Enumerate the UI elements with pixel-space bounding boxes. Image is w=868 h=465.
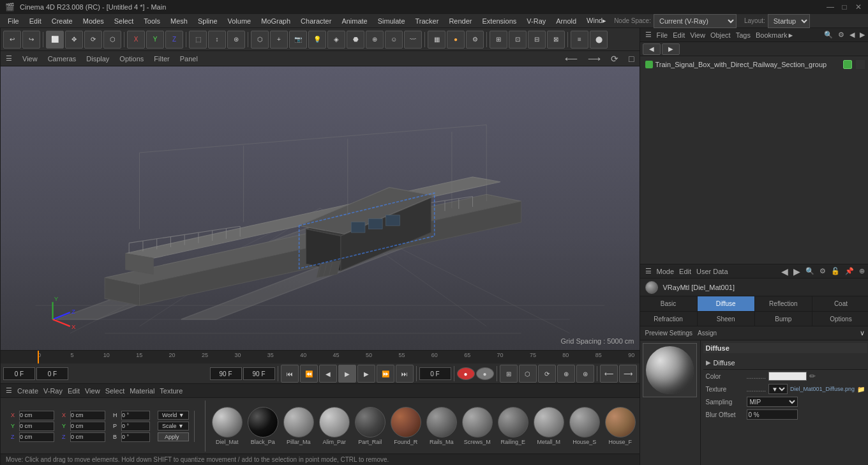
viewport-icon3[interactable]: ⟳ — [611, 54, 618, 64]
bp-btn[interactable]: ≡ — [571, 31, 588, 49]
axis-y[interactable]: Y — [146, 31, 164, 49]
menu-wind[interactable]: Wind▸ — [581, 15, 611, 26]
light-btn[interactable]: 💡 — [308, 31, 326, 49]
x-scale[interactable] — [70, 411, 105, 420]
mat-bar-create[interactable]: Create — [17, 387, 38, 395]
mat-bar-menu[interactable]: ☰ — [6, 386, 12, 395]
menu-character[interactable]: Character — [296, 16, 336, 26]
viewport-icon2[interactable]: ⟶ — [588, 54, 601, 64]
z-scale[interactable] — [70, 432, 105, 442]
apply-btn[interactable]: Apply — [158, 432, 189, 441]
char-btn[interactable]: ☺ — [385, 31, 403, 49]
add-btn[interactable]: + — [270, 31, 288, 49]
minimize-button[interactable]: — — [826, 3, 835, 11]
morph-btn[interactable]: ⬤ — [590, 31, 608, 49]
mat-btn[interactable]: ◈ — [327, 31, 345, 49]
color-swatch[interactable] — [768, 372, 807, 381]
obj-lock-icon[interactable] — [856, 60, 865, 69]
move-button[interactable]: ✥ — [65, 31, 83, 49]
obj-tags[interactable]: Tags — [736, 31, 751, 39]
mat-tab-reflection[interactable]: Reflection — [755, 296, 812, 311]
obj-tree-item[interactable]: Train_Signal_Box_with_Direct_Railway_Sec… — [643, 59, 867, 70]
prev-frame-btn[interactable]: ⏪ — [300, 365, 318, 383]
p-rot[interactable] — [121, 422, 150, 431]
y-pos[interactable] — [19, 422, 54, 431]
obj-bookmark[interactable]: Bookmark► — [756, 31, 794, 39]
select-button[interactable]: ⬜ — [46, 31, 64, 49]
menu-extensions[interactable]: Extensions — [477, 16, 521, 26]
menu-spline[interactable]: Spline — [193, 16, 223, 26]
viewport-filter[interactable]: Filter — [154, 55, 169, 63]
mat-tab-bump[interactable]: Bump — [755, 312, 812, 326]
mat-tab-coat[interactable]: Coat — [812, 296, 868, 311]
texture-browse-icon[interactable]: 📁 — [857, 386, 865, 393]
obj-edit[interactable]: Edit — [673, 31, 685, 39]
viewport-display[interactable]: Display — [86, 55, 109, 63]
timeline-btn2[interactable]: ⬡ — [519, 365, 537, 383]
mat-pin-icon[interactable]: 📌 — [845, 267, 854, 275]
timeline-btn3[interactable]: ⟳ — [538, 365, 556, 383]
mat-back-icon[interactable]: ◀ — [781, 266, 788, 277]
start-frame-input[interactable] — [3, 367, 35, 380]
menu-mograph[interactable]: MoGraph — [256, 16, 296, 26]
viewport-panel[interactable]: Panel — [180, 55, 198, 63]
redo-button[interactable]: ↪ — [22, 31, 40, 49]
obj-menu[interactable]: ☰ — [645, 31, 652, 39]
scale-select[interactable]: Scale ▼ — [158, 422, 189, 431]
hair-btn[interactable]: 〰 — [404, 31, 422, 49]
timeline-ruler[interactable]: 0 5 10 15 20 25 30 35 40 45 50 55 — [1, 351, 640, 363]
mat-tab-diffuse[interactable]: Diffuse — [698, 296, 755, 311]
viewport[interactable]: ☰ View Cameras Display Options Filter Pa… — [1, 51, 640, 350]
render-view-btn[interactable]: ▦ — [428, 31, 445, 49]
blur-offset-input[interactable] — [747, 409, 798, 420]
material-item[interactable]: House_S — [568, 407, 601, 445]
menu-file[interactable]: File — [3, 16, 24, 26]
material-item[interactable]: Black_Pa — [246, 407, 280, 445]
undo-button[interactable]: ↩ — [3, 31, 21, 49]
diffuse-subsection-icon[interactable]: ▶ — [706, 359, 711, 366]
material-item[interactable]: Railing_E — [497, 407, 530, 445]
layout-select[interactable]: Startup — [768, 14, 810, 28]
x-pos[interactable] — [19, 411, 54, 420]
current-frame2[interactable] — [419, 367, 451, 380]
material-item[interactable]: Part_Rail — [354, 407, 387, 445]
cloner-btn[interactable]: ⊕ — [366, 31, 384, 49]
prev-step-btn[interactable]: ◀ — [319, 365, 337, 383]
material-item[interactable]: Metall_M — [532, 407, 565, 445]
timeline-btn4[interactable]: ⊕ — [557, 365, 575, 383]
mat-tab-basic[interactable]: Basic — [640, 296, 698, 311]
viewport-menu-icon[interactable]: ☰ — [6, 54, 12, 63]
menu-create[interactable]: Create — [47, 16, 78, 26]
y-scale[interactable] — [70, 422, 105, 431]
next-step-btn[interactable]: ▶ — [357, 365, 375, 383]
obj-back-btn[interactable]: ◀ — [643, 43, 661, 55]
view4-btn[interactable]: ⊠ — [547, 31, 565, 49]
view1-btn[interactable]: ⊞ — [490, 31, 507, 49]
mat-edit-menu[interactable]: ☰ — [645, 267, 652, 275]
mat-bar-texture[interactable]: Texture — [160, 387, 183, 395]
obj-visibility-icon[interactable] — [843, 60, 852, 69]
material-item[interactable]: Diel_Mat — [211, 407, 244, 445]
mat-tab-refraction[interactable]: Refraction — [640, 312, 698, 326]
mat-bar-view[interactable]: View — [85, 387, 100, 395]
obj-filter-icon[interactable]: ⚙ — [838, 31, 844, 39]
close-button[interactable]: ✕ — [854, 3, 863, 11]
transform-btn[interactable]: ↕ — [208, 31, 226, 49]
auto-key-btn[interactable]: ● — [457, 367, 475, 380]
obj-file[interactable]: File — [657, 31, 668, 39]
key-btn[interactable]: ● — [476, 367, 494, 380]
obj-icon2[interactable]: ▶ — [860, 31, 865, 39]
b-rot[interactable] — [121, 432, 150, 442]
texture-type-select[interactable]: ▼ — [768, 384, 788, 394]
material-item[interactable]: Found_R — [389, 407, 423, 445]
mat-search-icon[interactable]: 🔍 — [805, 267, 814, 275]
menu-tools[interactable]: Tools — [138, 16, 165, 26]
menu-animate[interactable]: Animate — [336, 16, 372, 26]
menu-tracker[interactable]: Tracker — [410, 16, 444, 26]
assign-label[interactable]: Assign — [698, 330, 717, 337]
viewport-icon4[interactable]: □ — [629, 54, 634, 64]
view2-btn[interactable]: ⊡ — [509, 31, 527, 49]
menu-volume[interactable]: Volume — [223, 16, 257, 26]
menu-vray[interactable]: V-Ray — [521, 16, 551, 26]
material-item[interactable]: House_F — [604, 407, 637, 445]
